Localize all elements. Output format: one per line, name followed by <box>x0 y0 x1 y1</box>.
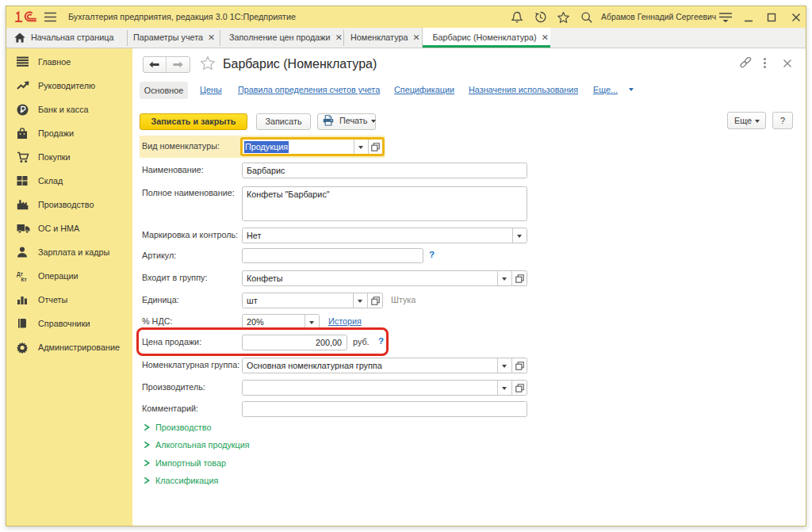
svg-text:Кт: Кт <box>21 277 27 282</box>
